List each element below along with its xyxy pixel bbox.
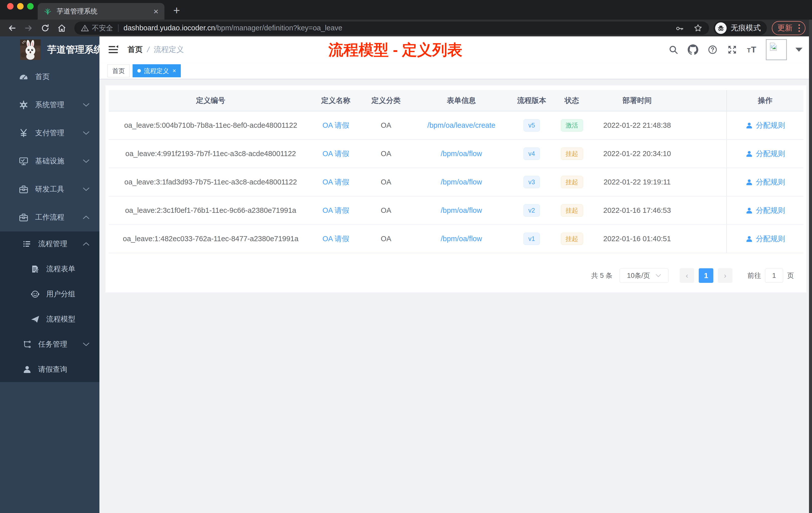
- fullscreen-icon[interactable]: [727, 45, 738, 55]
- col-definition-id: 定义编号: [109, 90, 313, 111]
- assign-user-icon: [746, 235, 753, 243]
- avatar[interactable]: [766, 39, 787, 60]
- sidebar-item-process-form[interactable]: 流程表单: [0, 256, 99, 281]
- assign-rule-link[interactable]: 分配规则: [756, 149, 785, 159]
- browser-tab[interactable]: 芋道管理系统 ×: [38, 3, 165, 20]
- pagination: 共 5 条 10条/页 ‹ 1 › 前往 1 页: [591, 266, 794, 285]
- app-logo[interactable]: 芋道管理系统: [0, 36, 99, 63]
- sidebar-item-user-group[interactable]: 用户分组: [0, 281, 99, 307]
- tab-close-icon[interactable]: ×: [153, 7, 158, 16]
- prev-page-button[interactable]: ‹: [680, 268, 694, 283]
- tag-process-definition[interactable]: 流程定义 ×: [133, 64, 181, 77]
- github-icon[interactable]: [688, 44, 698, 55]
- definition-name-link[interactable]: OA 请假: [322, 120, 349, 130]
- definition-name-link[interactable]: OA 请假: [322, 177, 349, 187]
- close-window-button[interactable]: [7, 3, 13, 9]
- chevron-down-icon: [83, 131, 89, 135]
- sidebar-item-system[interactable]: 系统管理: [0, 91, 99, 119]
- reload-icon[interactable]: [40, 23, 51, 34]
- sidebar-collapse-icon[interactable]: [108, 44, 118, 55]
- new-tab-button[interactable]: +: [173, 4, 180, 16]
- minimize-window-button[interactable]: [17, 3, 24, 9]
- table-row: oa_leave:1:482ec033-762a-11ec-8477-a2380…: [109, 225, 804, 253]
- sidebar-item-payment[interactable]: 支付管理: [0, 119, 99, 147]
- tag-label: 首页: [112, 67, 125, 75]
- window-edge-scrollbar[interactable]: [809, 20, 812, 513]
- status-badge: 挂起: [561, 233, 583, 245]
- tags-bar: 首页 流程定义 ×: [99, 63, 809, 79]
- goto-label: 前往: [748, 271, 761, 280]
- col-deploy-time: 部署时间: [590, 90, 684, 111]
- definition-id: oa_leave:2:3c1f0ef1-76b1-11ec-9c66-a2380…: [109, 197, 313, 224]
- sidebar-item-leave-query[interactable]: 请假查询: [0, 357, 99, 382]
- assign-rule-link[interactable]: 分配规则: [756, 177, 785, 187]
- bookmark-star-icon[interactable]: [694, 24, 702, 33]
- main-area: 首页 / 流程定义 流程模型 - 定义列表 TT 首页: [99, 36, 809, 513]
- table-row: oa_leave:5:004b710b-7b8a-11ec-8ef0-acde4…: [109, 112, 804, 140]
- action-cell: 分配规则: [726, 112, 804, 139]
- filler: [684, 140, 726, 168]
- filler: [684, 168, 726, 196]
- table-row: oa_leave:4:991f2193-7b7f-11ec-a3c8-acde4…: [109, 140, 804, 168]
- help-icon[interactable]: [707, 45, 718, 55]
- search-icon[interactable]: [668, 45, 679, 55]
- version-badge: v5: [523, 119, 540, 131]
- goto-page-input[interactable]: 1: [765, 269, 783, 282]
- page-1-button[interactable]: 1: [699, 268, 713, 283]
- form-link[interactable]: /bpm/oa/flow: [441, 178, 482, 186]
- security-label[interactable]: 不安全: [92, 23, 113, 33]
- definition-category: OA: [359, 112, 413, 139]
- window-controls[interactable]: [7, 3, 34, 9]
- sidebar-item-workflow[interactable]: 工作流程: [0, 203, 99, 232]
- browser-chrome: 芋道管理系统 × + 不安全 dashboard.yudao.iocoder.c…: [0, 0, 812, 36]
- menu-kebab-icon[interactable]: [799, 24, 800, 32]
- font-size-icon[interactable]: TT: [746, 45, 757, 55]
- tag-close-icon[interactable]: ×: [173, 67, 176, 74]
- form-link[interactable]: /bpm/oa/flow: [441, 206, 482, 215]
- action-cell: 分配规则: [726, 168, 804, 196]
- form-link[interactable]: /bpm/oa/flow: [441, 150, 482, 158]
- sidebar-item-infrastructure[interactable]: 基础设施: [0, 147, 99, 175]
- action-cell: 分配规则: [726, 225, 804, 253]
- breadcrumb-home[interactable]: 首页: [127, 44, 143, 55]
- url-path[interactable]: /bpm/manager/definition?key=oa_leave: [215, 24, 342, 32]
- sidebar-item-home[interactable]: 首页: [0, 63, 99, 91]
- form-link[interactable]: /bpm/oa/leave/create: [427, 121, 495, 129]
- filler: [684, 197, 726, 224]
- sidebar-item-process-model[interactable]: 流程模型: [0, 307, 99, 332]
- next-page-button[interactable]: ›: [718, 268, 732, 283]
- address-bar[interactable]: 不安全 dashboard.yudao.iocoder.cn/bpm/manag…: [74, 22, 709, 35]
- sidebar-item-process-management[interactable]: 流程管理: [0, 232, 99, 256]
- avatar-dropdown-caret-icon[interactable]: [795, 48, 803, 52]
- back-icon[interactable]: [6, 23, 18, 34]
- assign-rule-link[interactable]: 分配规则: [756, 206, 785, 216]
- page-size-select[interactable]: 10条/页: [619, 268, 669, 283]
- definition-name-link[interactable]: OA 请假: [322, 206, 349, 216]
- forward-icon[interactable]: [23, 23, 34, 34]
- url-host[interactable]: dashboard.yudao.iocoder.cn: [123, 24, 215, 32]
- definition-id: oa_leave:3:1fad3d93-7b75-11ec-a3c8-acde4…: [109, 168, 313, 196]
- assign-rule-link[interactable]: 分配规则: [756, 234, 785, 244]
- toolbox-icon: [18, 184, 29, 194]
- assign-user-icon: [746, 178, 753, 186]
- tag-home[interactable]: 首页: [108, 64, 129, 77]
- version-badge: v2: [523, 204, 540, 217]
- key-icon[interactable]: [675, 24, 684, 32]
- gear-icon: [18, 100, 29, 110]
- form-link[interactable]: /bpm/oa/flow: [441, 235, 482, 243]
- security-warning-icon[interactable]: [81, 24, 89, 32]
- update-browser-button[interactable]: 更新: [772, 21, 806, 35]
- definition-name-link[interactable]: OA 请假: [322, 234, 349, 244]
- deploy-time: 2022-01-22 20:34:10: [590, 140, 684, 168]
- definition-name-link[interactable]: OA 请假: [322, 149, 349, 159]
- col-definition-name: 定义名称: [313, 90, 359, 111]
- sidebar-item-dev-tools[interactable]: 研发工具: [0, 175, 99, 203]
- home-icon[interactable]: [56, 23, 67, 34]
- annotation-title: 流程模型 - 定义列表: [328, 40, 462, 60]
- chevron-down-icon: [83, 103, 89, 107]
- breadcrumb-separator: /: [147, 46, 149, 54]
- broken-image-icon: [768, 42, 778, 52]
- sidebar-item-task-management[interactable]: 任务管理: [0, 332, 99, 357]
- zoom-window-button[interactable]: [27, 3, 34, 9]
- assign-rule-link[interactable]: 分配规则: [756, 120, 785, 130]
